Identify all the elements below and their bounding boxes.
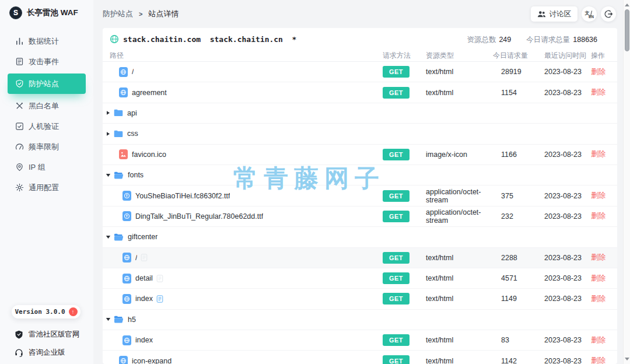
action-cell: 删除 [591, 211, 610, 221]
community-site-link[interactable]: 雷池社区版官网 [0, 326, 93, 344]
logout-button[interactable] [601, 6, 616, 22]
svg-text:EN: EN [589, 15, 594, 19]
path-cell[interactable]: css [110, 130, 383, 138]
delete-link[interactable]: 删除 [591, 212, 606, 220]
path-cell[interactable]: icon-expand [110, 356, 383, 364]
scrollbar-thumb[interactable] [625, 9, 629, 51]
path-label: icon-expand [132, 357, 172, 364]
path-label: / [132, 68, 134, 76]
path-cell[interactable]: api [110, 109, 383, 117]
stat-today-requests: 今日请求总量188636 [526, 34, 597, 45]
action-cell: 删除 [591, 67, 610, 77]
community-site-label: 雷池社区版官网 [29, 330, 80, 340]
path-label: / [135, 254, 137, 262]
sidebar-item-black-white-list[interactable]: 黑白名单 [8, 96, 86, 116]
action-cell: 删除 [591, 88, 610, 97]
path-label: giftcenter [128, 233, 158, 241]
last-access-time: 2023-08-23 [544, 274, 591, 282]
path-cell[interactable]: / [110, 253, 383, 262]
last-access-time: 2023-08-23 [544, 336, 591, 344]
path-label: favicon.ico [132, 150, 166, 159]
sidebar-item-captcha[interactable]: 人机验证 [8, 116, 86, 136]
sidebar-item-label: 通用配置 [29, 183, 59, 193]
path-cell[interactable]: agreement [110, 88, 383, 97]
method-badge: GET [383, 190, 410, 202]
language-toggle-button[interactable]: 文EN [582, 6, 597, 22]
sidebar-item-data-stats[interactable]: 数据统计 [8, 31, 86, 51]
path-cell[interactable]: detail [110, 274, 383, 284]
breadcrumb-parent[interactable]: 防护站点 [103, 9, 133, 19]
version-label: Version 3.0.0 [15, 308, 65, 316]
enterprise-consult-link[interactable]: 咨询企业版 [0, 344, 93, 362]
path-cell[interactable]: DingTalk_JinBuTi_Regular.780e62dd.ttf [110, 211, 383, 221]
method-cell: GET [383, 190, 426, 202]
mime-type: text/html [426, 357, 493, 364]
path-cell[interactable]: index [110, 335, 383, 345]
delete-link[interactable]: 删除 [591, 336, 606, 344]
delete-link[interactable]: 删除 [591, 253, 606, 261]
table-row: css [103, 124, 617, 144]
forum-button[interactable]: 讨论区 [531, 6, 578, 22]
logo-row[interactable]: S 长亭雷池 WAF [0, 0, 93, 26]
version-pill[interactable]: Version 3.0.0 ↑ [12, 305, 80, 318]
table-row: detailGETtext/html45712023-08-23删除 [103, 268, 617, 289]
site-detail-card: stack.chaitin.com stack.chaitin.cn * 资源总… [103, 28, 617, 364]
folder-open-icon [114, 316, 124, 323]
last-access-time: 2023-08-23 [544, 212, 591, 220]
path-cell[interactable]: h5 [110, 316, 383, 324]
delete-link[interactable]: 删除 [591, 295, 606, 303]
shield-icon [15, 330, 23, 340]
delete-link[interactable]: 删除 [591, 356, 606, 364]
path-cell[interactable]: / [110, 67, 383, 77]
path-label: YouSheBiaoTiHei.fc8630f2.ttf [135, 192, 230, 200]
last-access-time: 2023-08-23 [544, 357, 591, 364]
path-label: css [127, 130, 138, 138]
caret-down-icon[interactable] [106, 317, 111, 321]
path-cell[interactable]: giftcenter [110, 233, 383, 241]
folder-icon [114, 130, 123, 138]
action-cell: 删除 [591, 149, 610, 159]
sidebar-item-label: 频率限制 [29, 142, 59, 152]
breadcrumb-current: 站点详情 [148, 9, 178, 19]
action-cell: 删除 [591, 191, 610, 201]
caret-down-icon[interactable] [106, 235, 111, 239]
path-cell[interactable]: favicon.ico [110, 149, 383, 159]
scrollbar[interactable] [623, 0, 630, 364]
sidebar-item-attack-events[interactable]: 攻击事件 [8, 51, 86, 72]
sidebar-item-general-config[interactable]: 通用配置 [8, 177, 86, 198]
today-request-count: 1142 [493, 357, 544, 364]
sidebar-item-ip-group[interactable]: IP 组 [8, 157, 86, 177]
font-file-icon [123, 211, 131, 221]
path-label: index [135, 336, 153, 344]
caret-right-icon[interactable] [106, 131, 111, 136]
path-cell[interactable]: fonts [110, 171, 383, 179]
path-cell[interactable]: YouSheBiaoTiHei.fc8630f2.ttf [110, 191, 383, 201]
path-cell[interactable]: index [110, 294, 383, 304]
language-icon: 文EN [584, 9, 594, 19]
path-label: DingTalk_JinBuTi_Regular.780e62dd.ttf [135, 212, 263, 220]
caret-down-icon[interactable] [106, 173, 111, 177]
today-request-count: 83 [493, 336, 544, 344]
delete-link[interactable]: 删除 [591, 68, 606, 76]
logout-icon [604, 9, 613, 19]
delete-link[interactable]: 删除 [591, 88, 606, 96]
table-row: api [103, 103, 617, 124]
method-badge: GET [383, 293, 410, 304]
method-cell: GET [383, 211, 426, 222]
delete-link[interactable]: 删除 [591, 150, 606, 158]
delete-link[interactable]: 删除 [591, 191, 606, 200]
scrollbar-up-arrow-icon[interactable] [625, 4, 629, 6]
html-file-icon [119, 356, 128, 364]
sidebar-item-protected-sites[interactable]: 防护站点 [8, 74, 86, 94]
action-cell: 删除 [591, 294, 610, 304]
last-access-time: 2023-08-23 [544, 254, 591, 262]
method-cell: GET [383, 66, 426, 78]
html-file-icon [123, 294, 131, 304]
sidebar-item-rate-limit[interactable]: 频率限制 [8, 136, 86, 157]
sidebar-footer: Version 3.0.0 ↑ 雷池社区版官网 咨询企业版 [0, 305, 93, 362]
font-file-icon [123, 191, 131, 201]
delete-link[interactable]: 删除 [591, 274, 606, 282]
gear-icon [15, 183, 24, 192]
caret-right-icon[interactable] [106, 110, 111, 116]
scrollbar-down-arrow-icon[interactable] [625, 358, 629, 360]
